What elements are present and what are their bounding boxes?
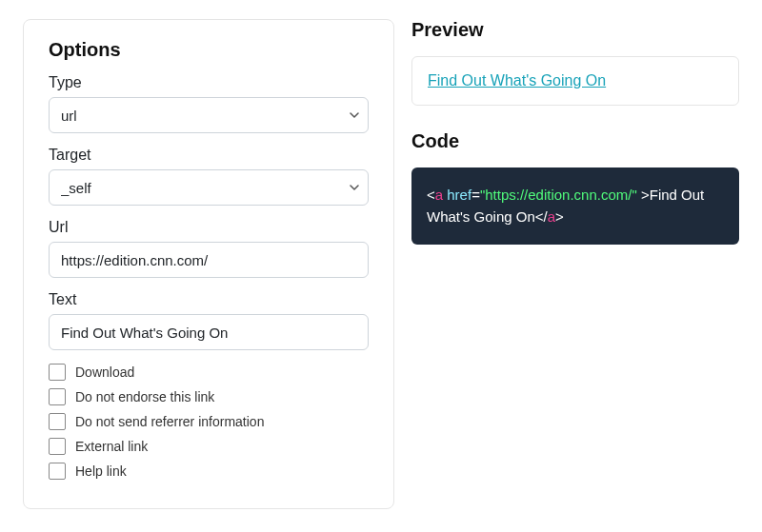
code-token: href [447, 187, 471, 203]
options-column: Options Type Target [23, 19, 394, 509]
code-token: < [427, 187, 435, 203]
input-text[interactable] [49, 314, 369, 350]
code-token: a [435, 187, 443, 203]
options-title: Options [49, 39, 369, 61]
select-target[interactable] [49, 169, 369, 206]
code-token: </ [535, 208, 548, 225]
select-type-wrap [49, 97, 369, 133]
right-column: Preview Find Out What's Going On Code <a… [411, 19, 739, 509]
field-url: Url [49, 219, 369, 278]
code-title: Code [411, 130, 739, 152]
checkbox-download[interactable] [49, 364, 66, 381]
checkbox-help-label: Help link [75, 463, 127, 479]
select-type[interactable] [49, 97, 369, 133]
check-help: Help link [49, 463, 369, 480]
check-nofollow: Do not endorse this link [49, 388, 369, 405]
code-token: > [637, 187, 650, 203]
checkbox-help[interactable] [49, 463, 66, 480]
code-token: > [555, 208, 564, 225]
checkbox-noreferrer-label: Do not send referrer information [75, 414, 264, 429]
checkbox-external[interactable] [49, 438, 66, 455]
input-url[interactable] [49, 242, 369, 278]
preview-link[interactable]: Find Out What's Going On [428, 72, 606, 89]
label-target: Target [49, 147, 369, 164]
field-type: Type [49, 74, 369, 133]
preview-title: Preview [411, 19, 739, 41]
options-card: Options Type Target [23, 19, 394, 509]
check-download: Download [49, 364, 369, 381]
checkbox-nofollow[interactable] [49, 388, 66, 405]
code-box: <a href="https://edition.cnn.com/" >Find… [411, 167, 739, 245]
checkbox-group: Download Do not endorse this link Do not… [49, 364, 369, 480]
code-token: a [548, 208, 555, 225]
label-text: Text [49, 291, 369, 308]
field-text: Text [49, 291, 369, 350]
field-target: Target [49, 147, 369, 206]
check-external: External link [49, 438, 369, 455]
checkbox-download-label: Download [75, 365, 134, 380]
preview-box: Find Out What's Going On [411, 56, 739, 106]
code-token: = [471, 187, 480, 203]
checkbox-nofollow-label: Do not endorse this link [75, 389, 214, 404]
label-url: Url [49, 219, 369, 236]
checkbox-noreferrer[interactable] [49, 413, 66, 430]
select-target-wrap [49, 169, 369, 206]
checkbox-external-label: External link [75, 439, 148, 454]
app-container: Options Type Target [23, 19, 739, 509]
code-token: "https://edition.cnn.com/" [480, 187, 637, 203]
label-type: Type [49, 74, 369, 91]
check-noreferrer: Do not send referrer information [49, 413, 369, 430]
